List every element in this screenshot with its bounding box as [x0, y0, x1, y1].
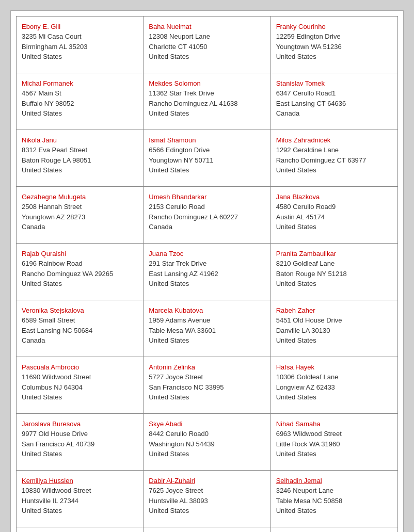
- address-line: United States: [149, 449, 265, 459]
- address-line: United States: [276, 506, 392, 516]
- address-line: Canada: [22, 222, 138, 232]
- address-line: 4567 Main St: [22, 88, 138, 99]
- address-cell: Franky Courinho12259 Edington DriveYoung…: [271, 17, 398, 73]
- address-line: United States: [149, 52, 265, 62]
- address-cell: Gezahegne Mulugeta2508 Hannah StreetYoun…: [17, 187, 144, 244]
- address-line: United States: [22, 449, 138, 459]
- address-line: San Francisco NC 33995: [149, 382, 265, 393]
- address-cell: Ismat Shamoun6566 Edington DriveYoungtow…: [144, 130, 270, 187]
- address-line: United States: [22, 279, 138, 289]
- address-line: Canada: [276, 108, 392, 119]
- address-line: Longview AZ 62433: [276, 382, 392, 393]
- address-line: Youngtown WA 51236: [276, 42, 392, 52]
- address-cell: Rabeh Zaher5451 Old House DriveDanville …: [271, 300, 398, 357]
- address-line: 2153 Cerullo Road: [149, 202, 265, 212]
- person-name: Umesh Bhandarkar: [149, 193, 265, 201]
- address-line: San Francisco AL 40739: [22, 439, 138, 449]
- address-cell: Marcela Kubatova1959 Adams AvenueTable M…: [144, 300, 270, 357]
- address-line: Little Rock WA 31960: [276, 439, 392, 449]
- address-line: 6963 Wildwood Street: [276, 429, 392, 439]
- address-line: United States: [149, 165, 265, 175]
- person-name: Nikola Janu: [22, 136, 138, 144]
- address-line: East Lansing AZ 41962: [149, 269, 265, 279]
- address-line: United States: [149, 335, 265, 346]
- address-cell: Michal Formanek4567 Main StBuffalo NY 98…: [17, 73, 144, 130]
- address-line: 10306 Goldleaf Lane: [276, 372, 392, 382]
- address-line: 6566 Edington Drive: [149, 145, 265, 155]
- address-cell: Nikola Janu8312 Eva Pearl StreetBaton Ro…: [17, 130, 144, 187]
- address-line: 5451 Old House Drive: [276, 315, 392, 326]
- address-line: 11362 Star Trek Drive: [149, 88, 265, 99]
- address-cell: Catarina Nimatuj7959 Glenview DriveAusti…: [17, 527, 144, 532]
- person-name: Ebony E. Gill: [22, 23, 138, 30]
- address-cell: Kemiliya Hussien10830 Wildwood StreetHun…: [17, 471, 144, 527]
- address-line: United States: [276, 52, 392, 62]
- address-cell: Pranita Zambaulikar8210 Goldleaf LaneBat…: [271, 244, 398, 300]
- address-line: 6589 Small Street: [22, 315, 138, 326]
- person-name: Selhadin Jemal: [276, 477, 392, 485]
- address-line: Canada: [149, 222, 265, 232]
- address-cell: Alea Natsheh3076 Joyce StreetLittle Rock…: [144, 527, 270, 532]
- page: Ebony E. Gill3235 Mi Casa CourtBirmingha…: [10, 10, 404, 532]
- address-line: 6196 Rainbow Road: [22, 259, 138, 269]
- address-line: United States: [276, 392, 392, 402]
- address-line: East Lansing CT 64636: [276, 99, 392, 109]
- address-line: Washington NJ 54439: [149, 439, 265, 449]
- address-cell: Ebony E. Gill3235 Mi Casa CourtBirmingha…: [17, 17, 144, 73]
- address-line: United States: [22, 392, 138, 402]
- address-cell: Mekdes Solomon11362 Star Trek DriveRanch…: [144, 73, 270, 130]
- address-line: 291 Star Trek Drive: [149, 259, 265, 269]
- address-line: United States: [276, 222, 392, 232]
- address-cell: Hana'i Sharbatly5704 Hannah StreetRancho…: [271, 527, 398, 532]
- address-line: Buffalo NY 98052: [22, 99, 138, 109]
- person-name: Hafsa Hayek: [276, 363, 392, 371]
- address-cell: Hafsa Hayek10306 Goldleaf LaneLongview A…: [271, 357, 398, 414]
- address-line: Youngtown AZ 28273: [22, 212, 138, 222]
- address-cell: Baha Nueimat12308 Neuport LaneCharlotte …: [144, 17, 270, 73]
- address-line: Rancho Dominguez AL 41638: [149, 99, 265, 109]
- person-name: Rabeh Zaher: [276, 307, 392, 314]
- address-line: Huntsville IL 27344: [22, 496, 138, 506]
- address-line: 8210 Goldleaf Lane: [276, 259, 392, 269]
- address-line: 1959 Adams Avenue: [149, 315, 265, 326]
- address-line: Danville LA 30130: [276, 326, 392, 336]
- address-line: Rancho Dominguez WA 29265: [22, 269, 138, 279]
- person-name: Veronika Stejskalova: [22, 307, 138, 314]
- address-line: United States: [149, 279, 265, 289]
- address-line: Rancho Dominguez LA 60227: [149, 212, 265, 222]
- address-line: East Lansing NC 50684: [22, 326, 138, 336]
- address-line: 9977 Old House Drive: [22, 429, 138, 439]
- address-line: 4580 Cerullo Road9: [276, 202, 392, 212]
- person-name: Antonin Zelinka: [149, 363, 265, 371]
- person-name: Mekdes Solomon: [149, 79, 265, 87]
- person-name: Baha Nueimat: [149, 23, 265, 30]
- address-cell: Skye Abadi8442 Cerullo Road0Washington N…: [144, 414, 270, 471]
- address-line: Rancho Dominguez CT 63977: [276, 155, 392, 166]
- address-cell: Rajab Quraishi6196 Rainbow RoadRancho Do…: [17, 244, 144, 300]
- address-line: 10830 Wildwood Street: [22, 486, 138, 496]
- address-line: 11690 Wildwood Street: [22, 372, 138, 382]
- address-line: Baton Rouge LA 98051: [22, 155, 138, 166]
- address-line: Austin AL 45174: [276, 212, 392, 222]
- address-line: Huntsville AL 38093: [149, 496, 265, 506]
- address-grid: Ebony E. Gill3235 Mi Casa CourtBirmingha…: [16, 16, 398, 532]
- address-cell: Dabir Al-Zuhairi7625 Joyce StreetHuntsvi…: [144, 471, 270, 527]
- address-cell: Pascuala Ambrocio11690 Wildwood StreetCo…: [17, 357, 144, 414]
- address-line: Table Mesa WA 33601: [149, 326, 265, 336]
- person-name: Stanislav Tomek: [276, 79, 392, 87]
- address-line: Columbus NJ 64304: [22, 382, 138, 393]
- address-line: United States: [276, 279, 392, 289]
- person-name: Pranita Zambaulikar: [276, 250, 392, 257]
- address-cell: Nihad Samaha6963 Wildwood StreetLittle R…: [271, 414, 398, 471]
- address-line: United States: [22, 52, 138, 62]
- person-name: Franky Courinho: [276, 23, 392, 30]
- address-line: 1292 Geraldine Lane: [276, 145, 392, 155]
- address-line: 3235 Mi Casa Court: [22, 31, 138, 42]
- address-line: Birmingham AL 35203: [22, 42, 138, 52]
- address-cell: Selhadin Jemal3246 Neuport LaneTable Mes…: [271, 471, 398, 527]
- address-line: United States: [22, 165, 138, 175]
- person-name: Jaroslava Buresova: [22, 420, 138, 428]
- person-name: Dabir Al-Zuhairi: [149, 477, 265, 485]
- person-name: Kemiliya Hussien: [22, 477, 138, 485]
- address-line: Canada: [22, 335, 138, 346]
